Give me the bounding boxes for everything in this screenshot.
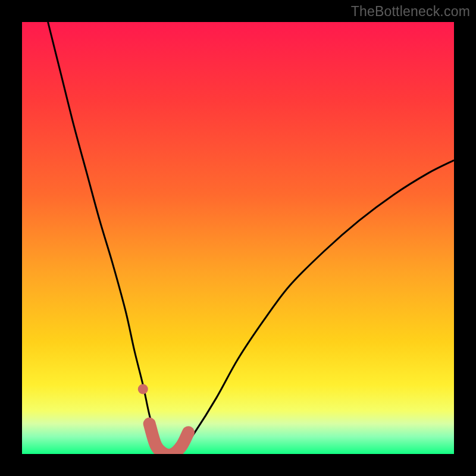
chart-svg [22,22,454,454]
trough-marker-band [149,424,188,454]
bottleneck-curve [48,22,454,454]
left-dot [138,384,148,394]
chart-frame: TheBottleneck.com [0,0,476,476]
plot-area [22,22,454,454]
watermark-text: TheBottleneck.com [351,4,470,20]
